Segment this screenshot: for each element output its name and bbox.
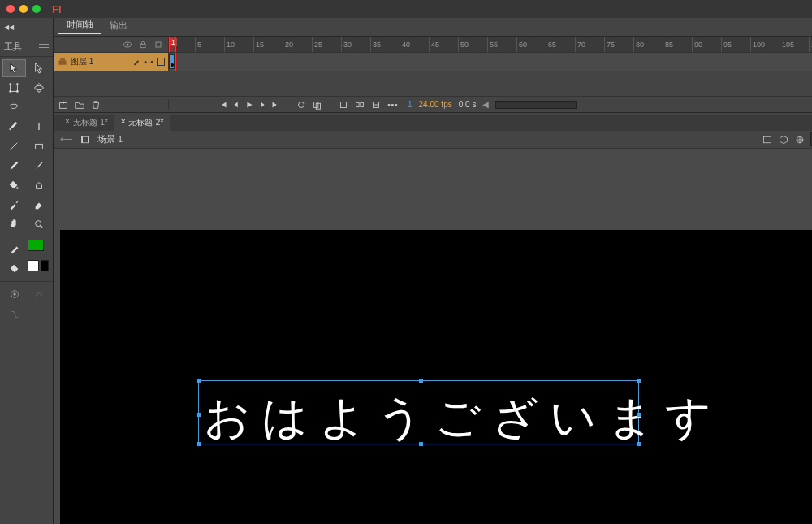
eraser-tool[interactable] [28, 196, 51, 214]
layer-frames[interactable] [169, 53, 812, 71]
tab-output[interactable]: 输出 [102, 17, 136, 34]
panel-menu-icon[interactable] [39, 44, 49, 50]
lasso-tool[interactable] [2, 98, 26, 116]
svg-rect-26 [361, 102, 364, 106]
empty-tool-1 [28, 98, 51, 116]
tick-110: 110 [809, 37, 812, 52]
pen-tool[interactable] [2, 118, 26, 136]
fps-display: 24.00 fps [419, 100, 452, 109]
document-tabs: ×无标题-1* ×无标题-2* [54, 115, 812, 131]
timeline-scrollbar[interactable] [495, 101, 577, 109]
fill-color[interactable] [28, 260, 39, 271]
stage-container[interactable]: おはようございます [54, 149, 812, 524]
play-icon[interactable] [244, 99, 255, 110]
text-selection[interactable]: おはようございます [198, 380, 639, 444]
new-layer-icon[interactable] [58, 99, 69, 110]
handle-bm[interactable] [419, 442, 423, 446]
layer-name: 图层 1 [71, 56, 93, 67]
delete-layer-icon[interactable] [90, 99, 102, 110]
app-logo: Fl [52, 3, 62, 15]
goto-first-icon[interactable] [218, 99, 229, 110]
tick-105: 105 [780, 37, 794, 52]
brush-tool[interactable] [28, 157, 51, 175]
tick-5: 5 [195, 37, 201, 52]
eyedropper-tool[interactable] [2, 196, 26, 214]
handle-bl[interactable] [197, 442, 201, 446]
tick-40: 40 [400, 37, 410, 52]
lock-icon[interactable] [138, 40, 148, 50]
handle-tl[interactable] [197, 379, 201, 383]
center-frame-icon[interactable] [338, 99, 349, 110]
loop-icon[interactable] [296, 99, 307, 110]
timeline-ruler[interactable]: 1 51015202530354045505560657075808590951… [169, 37, 812, 52]
layer-row[interactable]: 图层 1 • • [54, 53, 812, 71]
onion2-icon[interactable] [354, 99, 365, 110]
snap-tool[interactable] [3, 285, 25, 303]
svg-point-2 [16, 83, 19, 85]
stage[interactable]: おはようございます [60, 230, 812, 524]
tab-timeline[interactable]: 时间轴 [58, 16, 102, 34]
svg-rect-17 [140, 44, 145, 48]
3d-rotation-tool[interactable] [28, 79, 51, 97]
subselection-tool[interactable] [28, 59, 51, 77]
current-frame: 1 [408, 100, 412, 109]
back-icon[interactable]: ⟵ [60, 134, 73, 145]
step-back-icon[interactable] [231, 99, 242, 110]
text-tool[interactable]: T [28, 118, 51, 136]
marker-icon[interactable] [387, 99, 398, 110]
tick-30: 30 [341, 37, 352, 52]
tick-85: 85 [663, 37, 673, 52]
svg-point-14 [13, 292, 16, 296]
outline-icon[interactable] [153, 40, 163, 50]
paint-bucket-tool[interactable] [2, 176, 26, 194]
timeline-tabs: 时间轴 输出 [54, 18, 812, 34]
smooth-icon [28, 285, 50, 303]
hand-tool[interactable] [2, 215, 26, 233]
ink-bottle-tool[interactable] [28, 176, 51, 194]
step-fwd-icon[interactable] [257, 99, 268, 110]
maximize-button[interactable] [32, 5, 41, 13]
fill-swatch[interactable] [3, 260, 25, 278]
svg-rect-33 [82, 136, 84, 143]
handle-ml[interactable] [197, 413, 201, 417]
goto-last-icon[interactable] [270, 99, 281, 110]
symbol-icon[interactable] [778, 135, 789, 145]
minimize-button[interactable] [19, 5, 28, 13]
center-stage-icon[interactable] [794, 135, 806, 145]
doc-tab-2[interactable]: ×无标题-2* [114, 115, 171, 131]
selection-tool[interactable] [2, 59, 26, 77]
line-tool[interactable] [2, 137, 26, 155]
svg-line-12 [41, 226, 43, 228]
handle-br[interactable] [637, 442, 641, 446]
playhead-frame: 1 [170, 38, 177, 46]
onion3-icon[interactable] [370, 99, 382, 110]
tick-95: 95 [721, 37, 732, 52]
eye-icon[interactable] [123, 40, 132, 50]
zoom-tool[interactable] [28, 215, 51, 233]
rectangle-tool[interactable] [28, 137, 51, 155]
edit-scene-icon[interactable] [762, 135, 773, 145]
tick-50: 50 [458, 37, 469, 52]
tools-title: 工具 [4, 41, 22, 53]
onion-skin-icon[interactable] [312, 99, 323, 110]
svg-rect-18 [156, 42, 161, 47]
new-folder-icon[interactable] [74, 99, 85, 110]
stroke-swatch[interactable] [3, 240, 25, 258]
pencil-tool[interactable] [2, 157, 26, 175]
svg-rect-24 [341, 102, 347, 107]
stroke-color[interactable] [28, 240, 44, 251]
bw-swap[interactable] [41, 260, 49, 271]
handle-mr[interactable] [637, 413, 641, 417]
stage-text[interactable]: おはようございます [199, 381, 638, 449]
handle-tr[interactable] [637, 379, 641, 383]
svg-rect-30 [391, 104, 394, 106]
handle-tm[interactable] [419, 379, 423, 383]
svg-rect-29 [388, 104, 391, 106]
doc-tab-1[interactable]: ×无标题-1* [58, 115, 114, 131]
free-transform-tool[interactable] [2, 79, 26, 97]
scene-name[interactable]: 场景 1 [97, 133, 123, 145]
svg-point-10 [16, 187, 19, 189]
close-button[interactable] [6, 5, 15, 13]
tick-60: 60 [516, 37, 527, 52]
svg-point-16 [127, 43, 129, 45]
